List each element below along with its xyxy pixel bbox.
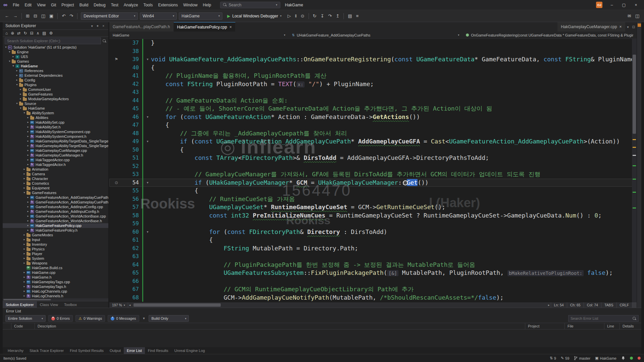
navigate-back-icon[interactable]: ← xyxy=(3,13,10,19)
menu-project[interactable]: Project xyxy=(59,0,76,10)
tree-item[interactable]: ▸Physics xyxy=(3,247,108,251)
quick-actions-icon[interactable]: ⊙ xyxy=(109,179,123,187)
tab-hakgamefeaturepolicy-cpp[interactable]: HakGameFeaturePolicy.cpp× xyxy=(174,22,235,32)
tree-item[interactable]: HakGame.Build.cs xyxy=(3,265,108,270)
code-line[interactable]: 58 const int32 PreInitializeNumCues = Ru… xyxy=(109,212,637,220)
break-all-icon[interactable]: ‖ xyxy=(293,13,298,19)
scroll-right-icon[interactable]: ▸ xyxy=(547,303,551,307)
se-tab-class-view[interactable]: Class View xyxy=(37,301,61,308)
code-line[interactable]: 48 // 그중에 우리는 _AddGameplayCuepath를 찾아서 처… xyxy=(109,129,637,138)
show-all-files-icon[interactable]: ▤ xyxy=(42,31,46,36)
maximize-button[interactable]: ▢ xyxy=(618,0,630,10)
severity-column-header[interactable] xyxy=(3,323,11,329)
code-line[interactable]: 59 xyxy=(109,220,637,228)
code-line[interactable]: 62 FString MutablePath = Directory.Path; xyxy=(109,244,637,253)
code-line[interactable]: ⚑39▾void UHakGameFeature_AddGameplayCueP… xyxy=(109,55,637,64)
tree-item[interactable]: ▸HakGameFeaturePolicy.h xyxy=(3,228,108,233)
code-line[interactable]: 44 // GameFeatureData의 Action을 순회: xyxy=(109,97,637,105)
errors-toggle[interactable]: 0 Errors xyxy=(48,315,73,322)
chevron-collapsed-icon[interactable]: ▸ xyxy=(22,181,26,186)
layout-icon[interactable]: ◫ xyxy=(634,13,641,19)
code-line[interactable]: 37} xyxy=(109,39,637,47)
panel-tab-output[interactable]: Output xyxy=(107,347,124,354)
menu-debug[interactable]: Debug xyxy=(91,0,108,10)
tree-item[interactable]: ▸Input xyxy=(3,237,108,242)
error-search-input[interactable] xyxy=(571,316,631,320)
tree-item[interactable]: ▸HakGameplayAbilityTargetData_SingleTarg… xyxy=(3,139,108,143)
tree-item[interactable]: ▸Cosmetics xyxy=(3,181,108,186)
tree-item[interactable]: ▸GameModes xyxy=(3,233,108,237)
chevron-expanded-icon[interactable]: ▾ xyxy=(19,106,22,111)
scrollbar-thumb[interactable] xyxy=(133,303,221,307)
chevron-collapsed-icon[interactable]: ▸ xyxy=(19,97,22,101)
close-button[interactable]: × xyxy=(630,0,642,10)
tree-item[interactable]: ▸HakGameplayCueManager.cpp xyxy=(3,148,108,153)
chevron-collapsed-icon[interactable]: ▸ xyxy=(26,162,30,167)
menu-git[interactable]: Git xyxy=(48,0,59,10)
solution-search-input[interactable] xyxy=(5,38,101,44)
add-item-icon[interactable]: ⊕ xyxy=(11,31,14,36)
editor-vertical-scrollbar[interactable] xyxy=(632,39,637,302)
startup-project-dropdown[interactable]: HakGame ▾ xyxy=(179,12,222,20)
code-line[interactable]: 56 // RuntimeCueSet을 가져옴 xyxy=(109,195,637,203)
zoom-selector[interactable]: 197 % ▾ xyxy=(109,302,128,308)
tree-item[interactable]: ▸External Dependencies xyxy=(3,73,108,78)
start-without-debugging-icon[interactable]: ▷ xyxy=(286,13,292,19)
undo-icon[interactable]: ↶ xyxy=(60,13,67,19)
chevron-collapsed-icon[interactable]: ▸ xyxy=(26,115,30,120)
tree-item[interactable]: ▸GameFeatureAction_WorldActionBase.h xyxy=(3,219,108,223)
tree-item[interactable]: ▸HakAbilitySystemComponent.h xyxy=(3,134,108,139)
tree-item[interactable]: ▸Animation xyxy=(3,167,108,172)
code-line[interactable]: 67 // GCM의 RuntimeGameplayCueObjectLibra… xyxy=(109,285,637,294)
tree-item[interactable]: ▸HakGame.cpp xyxy=(3,270,108,275)
line-column-header[interactable]: Line xyxy=(604,323,620,329)
tree-item[interactable]: ▸Character xyxy=(3,176,108,181)
panel-tab-find-symbol-results[interactable]: Find Symbol Results xyxy=(67,347,107,354)
redo-icon[interactable]: ↷ xyxy=(68,13,74,19)
code-line[interactable]: ⊙54▾ if (UHakGameplayCueManager* GCM = U… xyxy=(109,179,637,187)
error-scope-dropdown[interactable]: Entire Solution ▾ xyxy=(5,315,46,322)
tree-item[interactable]: ▸References xyxy=(3,68,108,73)
tree-item[interactable]: ▸GameFeatureAction_AddGameplayCuePath.h xyxy=(3,200,108,204)
refresh-icon[interactable]: ↻ xyxy=(23,31,27,36)
menu-file[interactable]: File xyxy=(10,0,22,10)
attach-to-process-icon[interactable]: ⊙ xyxy=(300,13,306,19)
tree-item[interactable]: ▸Player xyxy=(3,251,108,256)
home-icon[interactable]: ⌂ xyxy=(5,31,8,36)
fold-chevron-icon[interactable]: ▾ xyxy=(144,179,151,187)
code-line[interactable]: 63 xyxy=(109,252,637,261)
chevron-collapsed-icon[interactable]: ▸ xyxy=(26,200,30,204)
code-line[interactable]: 40{ xyxy=(109,64,637,72)
send-feedback-icon[interactable]: ✉ xyxy=(626,13,633,19)
tree-item[interactable]: ▸Abilities xyxy=(3,115,108,120)
tree-item[interactable]: ▸HakLogChannels.cpp xyxy=(3,289,108,294)
chevron-collapsed-icon[interactable]: ▸ xyxy=(26,219,30,223)
open-file-icon[interactable]: ⊟ xyxy=(32,13,39,19)
chevron-collapsed-icon[interactable]: ▸ xyxy=(26,153,30,158)
se-tab-toolbox[interactable]: Toolbox xyxy=(61,301,80,308)
bookmark-icon[interactable]: ⚑ xyxy=(109,55,123,64)
details-column-header[interactable]: Details xyxy=(620,323,641,329)
code-line[interactable]: 42 const FString PluginRootPath = TEXT(x… xyxy=(109,80,637,88)
menu-edit[interactable]: Edit xyxy=(22,0,34,10)
menu-build[interactable]: Build xyxy=(77,0,91,10)
panel-tab-stack-trace-explorer[interactable]: Stack Trace Explorer xyxy=(26,347,67,354)
chevron-collapsed-icon[interactable]: ▸ xyxy=(19,87,22,92)
code-line[interactable]: 68 GCM->AddGameplayCueNotifyPath(Mutable… xyxy=(109,294,637,302)
minimize-button[interactable]: – xyxy=(606,0,618,10)
global-search-box[interactable]: Search ▾ xyxy=(220,2,280,8)
fold-chevron-icon[interactable]: ▾ xyxy=(144,55,151,64)
tree-item[interactable]: ▾GameFeatures xyxy=(3,190,108,195)
project-column-header[interactable]: Project xyxy=(525,323,565,329)
tab-list-chevron-icon[interactable]: ▾ xyxy=(626,25,631,29)
warnings-toggle[interactable]: ⚠ 0 Warnings xyxy=(75,315,105,322)
collapse-all-icon[interactable]: ∧ xyxy=(37,31,40,36)
messages-toggle[interactable]: 0 Messages xyxy=(108,315,139,322)
tree-item[interactable]: ▸GameFeatureAction_AddInputConfig.cpp xyxy=(3,204,108,209)
breadcrumb-class[interactable]: ⇅ UHakGameFeature_AddGameplayCuePaths ▾ xyxy=(288,33,463,37)
sync-with-active-document-icon[interactable]: ⇄ xyxy=(17,31,20,36)
notifications-bell-icon[interactable] xyxy=(621,356,625,360)
chevron-collapsed-icon[interactable]: ▸ xyxy=(26,204,30,209)
tree-item[interactable]: ▸HakGameplayTags.cpp xyxy=(3,280,108,284)
chevron-expanded-icon[interactable]: ▾ xyxy=(11,64,15,68)
